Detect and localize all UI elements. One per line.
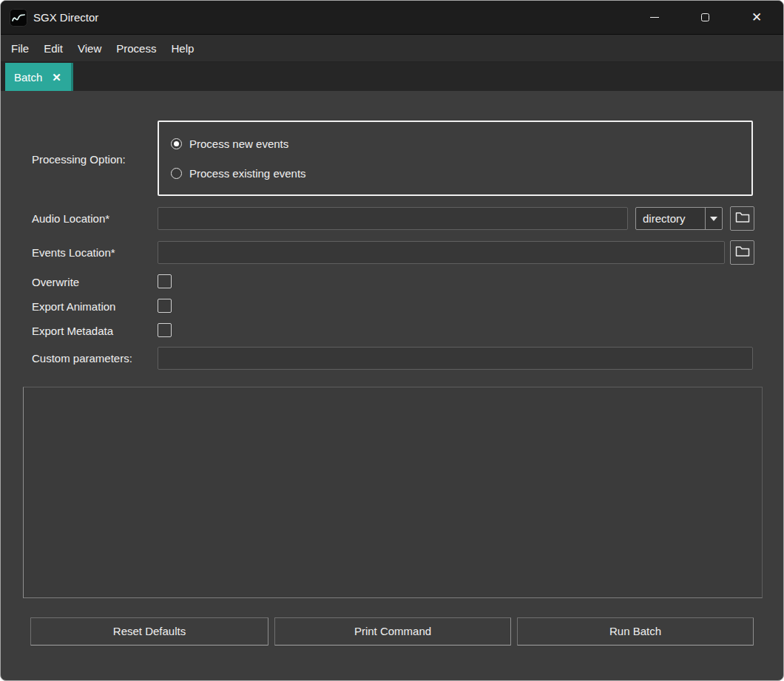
tab-bar: Batch ✕ [1, 62, 783, 91]
audio-location-type-select[interactable]: directory [635, 207, 723, 230]
events-location-browse-button[interactable] [730, 240, 754, 265]
window-title: SGX Director [33, 1, 98, 35]
export-metadata-checkbox[interactable] [158, 323, 172, 337]
minimize-icon [650, 17, 659, 18]
titlebar[interactable]: SGX Director ✕ [1, 1, 783, 35]
close-button[interactable]: ✕ [740, 1, 774, 34]
radio-button-icon[interactable] [171, 168, 182, 179]
radio-button-icon[interactable] [171, 138, 182, 149]
menu-item-view[interactable]: View [70, 35, 109, 61]
chevron-down-icon [710, 217, 717, 221]
menu-item-process[interactable]: Process [109, 35, 163, 61]
reset-defaults-button[interactable]: Reset Defaults [30, 617, 268, 646]
close-icon: ✕ [751, 11, 762, 24]
tab-batch[interactable]: Batch ✕ [5, 63, 73, 91]
folder-icon [735, 245, 750, 260]
processing-option-group: Process new events Process existing even… [158, 121, 753, 196]
menu-item-file[interactable]: File [4, 35, 36, 61]
print-command-button[interactable]: Print Command [274, 617, 511, 646]
radio-process-existing-events[interactable]: Process existing events [171, 167, 306, 180]
run-batch-button[interactable]: Run Batch [517, 617, 754, 646]
maximize-icon [701, 13, 709, 21]
events-location-label: Events Location* [32, 246, 115, 260]
events-location-input[interactable] [158, 241, 725, 264]
folder-icon [735, 211, 750, 226]
radio-process-new-events-label[interactable]: Process new events [189, 138, 288, 150]
custom-parameters-label: Custom parameters: [32, 352, 132, 365]
combo-dropdown-zone[interactable] [705, 208, 722, 229]
export-metadata-label: Export Metadata [32, 325, 113, 338]
output-log-area[interactable] [23, 387, 763, 598]
tab-batch-label: Batch [14, 71, 42, 84]
tab-close-icon[interactable]: ✕ [52, 72, 61, 83]
export-animation-label: Export Animation [32, 300, 115, 314]
overwrite-checkbox[interactable] [158, 274, 172, 288]
processing-option-label: Processing Option: [32, 153, 126, 166]
overwrite-label: Overwrite [32, 276, 79, 289]
menu-item-edit[interactable]: Edit [36, 35, 70, 61]
audio-location-label: Audio Location* [32, 212, 109, 226]
minimize-button[interactable] [638, 1, 672, 34]
audio-location-input[interactable] [158, 207, 628, 230]
combo-selected-value: directory [643, 208, 686, 229]
menubar: File Edit View Process Help [1, 35, 783, 62]
audio-location-browse-button[interactable] [730, 206, 754, 231]
menu-item-help[interactable]: Help [163, 35, 201, 61]
app-logo-icon [10, 9, 27, 27]
app-window: SGX Director ✕ File Edit View Process He… [0, 0, 784, 681]
maximize-button[interactable] [688, 1, 722, 34]
custom-parameters-input[interactable] [158, 347, 753, 370]
radio-process-existing-events-label[interactable]: Process existing events [189, 167, 306, 180]
radio-process-new-events[interactable]: Process new events [171, 138, 288, 150]
export-animation-checkbox[interactable] [158, 299, 172, 313]
